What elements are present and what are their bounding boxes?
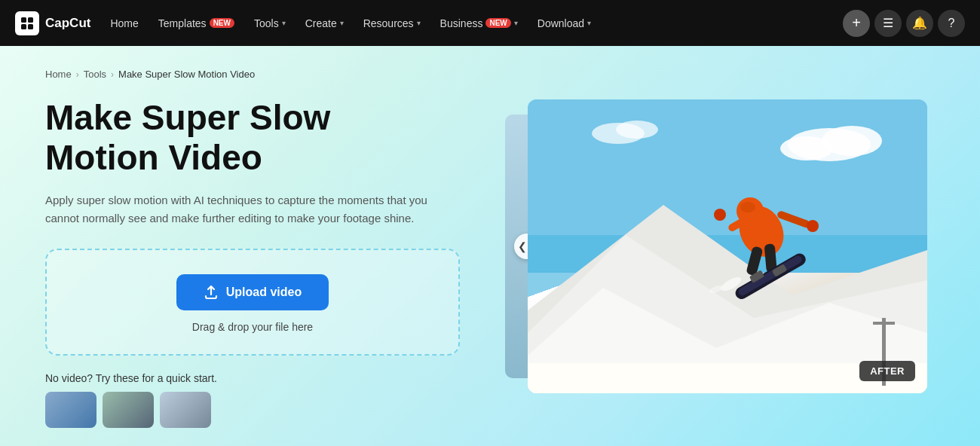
breadcrumb-sep-1: › (76, 69, 79, 80)
page-title: Make Super Slow Motion Video (45, 98, 452, 178)
business-chevron-icon: ▾ (514, 19, 518, 27)
hero-description: Apply super slow motion with AI techniqu… (45, 191, 430, 228)
resources-chevron-icon: ▾ (417, 19, 421, 27)
nav-resources[interactable]: Resources ▾ (356, 13, 428, 34)
quick-start-thumb-2[interactable] (103, 392, 154, 428)
nav-business[interactable]: Business New ▾ (433, 13, 525, 34)
quick-start-section: No video? Try these for a quick start. (45, 372, 460, 428)
templates-badge: New (210, 18, 234, 28)
quick-start-thumb-1[interactable] (45, 392, 96, 428)
quick-start-label: No video? Try these for a quick start. (45, 372, 460, 384)
logo-text: CapCut (45, 16, 90, 31)
tools-chevron-icon: ▾ (282, 19, 286, 27)
quick-start-thumb-3[interactable] (160, 392, 211, 428)
breadcrumb-current: Make Super Slow Motion Video (118, 69, 255, 80)
logo-icon (15, 11, 39, 35)
upload-area[interactable]: Upload video Drag & drop your file here (45, 249, 460, 356)
navbar: CapCut Home Templates New Tools ▾ Create… (0, 0, 980, 46)
svg-rect-5 (528, 99, 927, 235)
logo[interactable]: CapCut (15, 11, 90, 35)
nav-home[interactable]: Home (103, 13, 145, 34)
svg-point-10 (616, 121, 658, 139)
svg-point-22 (714, 209, 726, 221)
nav-tools[interactable]: Tools ▾ (247, 13, 293, 34)
drag-drop-hint: Drag & drop your file here (192, 321, 313, 333)
svg-point-17 (740, 202, 755, 212)
svg-point-23 (807, 220, 819, 232)
help-button[interactable]: ? (938, 10, 965, 37)
svg-point-8 (780, 136, 833, 160)
quick-start-thumbnails (45, 392, 460, 428)
nav-templates[interactable]: Templates New (151, 13, 242, 34)
download-chevron-icon: ▾ (587, 19, 591, 27)
after-badge: AFTER (859, 361, 915, 381)
breadcrumb-home[interactable]: Home (45, 69, 72, 80)
menu-icon-button[interactable]: ☰ (874, 10, 902, 37)
breadcrumb: Home › Tools › Make Super Slow Motion Vi… (45, 69, 460, 80)
left-panel: Home › Tools › Make Super Slow Motion Vi… (0, 46, 498, 446)
svg-rect-3 (28, 24, 33, 29)
upload-button[interactable]: Upload video (176, 274, 329, 310)
notifications-button[interactable]: 🔔 (906, 10, 933, 37)
chevron-left-icon: ❮ (518, 240, 527, 252)
nav-create[interactable]: Create ▾ (298, 13, 351, 34)
create-chevron-icon: ▾ (340, 19, 344, 27)
new-project-button[interactable]: + (843, 10, 870, 37)
breadcrumb-tools[interactable]: Tools (84, 69, 106, 80)
nav-download[interactable]: Download ▾ (530, 13, 599, 34)
svg-rect-2 (21, 24, 26, 29)
main-content: Home › Tools › Make Super Slow Motion Vi… (0, 46, 980, 446)
svg-rect-31 (873, 322, 895, 325)
nav-right-actions: + ☰ 🔔 ? (843, 10, 965, 37)
snowboard-svg (528, 99, 927, 393)
menu-icon: ☰ (883, 16, 893, 30)
preview-image (528, 99, 927, 393)
svg-rect-0 (21, 17, 26, 23)
breadcrumb-sep-2: › (111, 69, 114, 80)
video-preview-wrapper: ❮ ❯ (528, 99, 927, 393)
upload-icon (204, 285, 219, 300)
business-badge: New (485, 18, 510, 28)
bell-icon: 🔔 (912, 16, 927, 30)
help-icon: ? (948, 17, 955, 30)
right-panel: ❮ ❯ (498, 46, 980, 446)
svg-rect-1 (28, 17, 33, 23)
